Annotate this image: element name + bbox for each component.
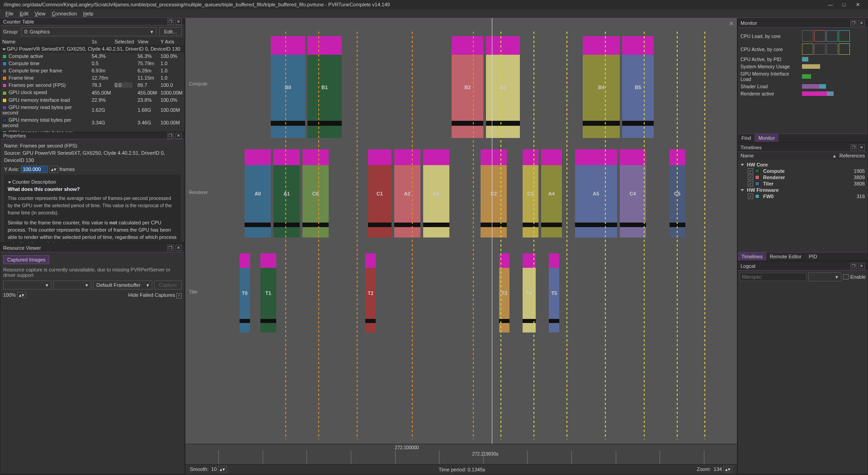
timeline-block[interactable]: B0 — [271, 36, 305, 138]
resource-viewer-title: Resource Viewer — [3, 245, 41, 251]
timeline-block[interactable]: A0 — [245, 149, 271, 238]
timeline-view[interactable]: ✕ Compute B0B1B2B3B4B5 Renderer A0A1C0C1… — [185, 18, 737, 474]
close-icon[interactable]: ✕ — [175, 133, 182, 139]
counter-table-title: Counter Table — [3, 19, 34, 24]
timeline-block[interactable]: A4 — [541, 149, 562, 238]
close-icon[interactable]: ✕ — [859, 263, 865, 269]
yaxis-input[interactable] — [21, 166, 48, 173]
timeline-block[interactable]: C3 — [523, 149, 538, 238]
close-icon[interactable]: ✕ — [859, 144, 865, 151]
dock-icon[interactable]: ❐ — [850, 144, 857, 151]
timeline-block[interactable]: C4 — [620, 149, 646, 238]
monitor-row: CPU Load, by core — [738, 29, 868, 43]
timeline-block[interactable]: B5 — [622, 36, 654, 138]
window-minimize[interactable]: — — [824, 2, 837, 8]
monitor-row: Renderer active — [738, 90, 868, 97]
close-icon[interactable]: ✕ — [859, 20, 865, 26]
properties-panel: Properties ❐✕ Name: Frames per second (F… — [0, 132, 185, 243]
enable-checkbox[interactable] — [843, 274, 849, 280]
timeline-block[interactable]: B1 — [307, 36, 341, 138]
timeline-block[interactable]: T1 — [260, 253, 276, 332]
capture-button[interactable]: Capture — [154, 280, 182, 290]
tree-group[interactable]: HW Firmware — [741, 187, 865, 193]
close-icon[interactable]: ✕ — [175, 245, 182, 251]
tree-item[interactable]: ✓FW0316 — [741, 193, 865, 200]
menu-help[interactable]: Help — [80, 10, 96, 17]
menubar: File Edit View Connection Help — [0, 9, 868, 18]
zoom-stepper[interactable]: ▴▾ — [723, 466, 732, 472]
tree-group[interactable]: HW Core — [741, 162, 865, 168]
monitor-panel: Monitor ❐✕ CPU Load, by coreCPU Active, … — [737, 18, 868, 142]
counter-row[interactable]: GPU memory interface load22.9%23.8%100.0… — [0, 96, 184, 104]
tree-item[interactable]: ✓Tiler3808 — [741, 180, 865, 187]
logcat-combo[interactable]: ▾ — [808, 272, 841, 281]
menu-file[interactable]: File — [3, 10, 16, 17]
monitor-row: Shader Load — [738, 83, 868, 90]
counter-table: Name 1s Selected View Y Axis GPU PowerVR… — [0, 38, 184, 142]
timeline-block[interactable]: B4 — [583, 36, 619, 138]
window-title: //imgtec.org/data/Common/KingsLangley/Sc… — [4, 2, 390, 7]
dock-icon[interactable]: ❐ — [167, 19, 174, 25]
hide-failed-checkbox[interactable]: ✓ — [176, 293, 182, 299]
group-label: Group: — [3, 29, 19, 34]
group-combo[interactable]: 0: Graphics ▾ — [21, 27, 156, 36]
timeline-block[interactable]: C2 — [481, 149, 507, 238]
timelines-panel: Timelines ❐✕ Name▴ References HW Core✓Co… — [737, 142, 868, 261]
timeline-block[interactable]: B3 — [486, 36, 520, 138]
timeline-block[interactable]: A2 — [394, 149, 420, 238]
dock-icon[interactable]: ❐ — [850, 263, 857, 269]
lane-tiler: Tiler T0T1T2T3T4T5 — [185, 253, 737, 332]
close-icon[interactable]: ✕ — [729, 20, 734, 27]
smooth-stepper[interactable]: ▴▾ — [218, 466, 227, 472]
expand-icon[interactable] — [2, 48, 6, 51]
dock-icon[interactable]: ❐ — [167, 245, 174, 251]
timeline-block[interactable]: A5 — [575, 149, 617, 238]
tab-monitor[interactable]: Monitor — [755, 134, 778, 142]
tab-find[interactable]: Find — [738, 134, 755, 142]
monitor-row: System Memory Usage — [738, 63, 868, 70]
edit-button[interactable]: Edit... — [159, 27, 182, 36]
tree-item[interactable]: ✓Compute1905 — [741, 168, 865, 174]
counter-table-panel: Counter Table ❐ ✕ Group: 0: Graphics ▾ E… — [0, 18, 185, 132]
timeline-block[interactable]: B2 — [452, 36, 483, 138]
counter-row[interactable]: Frames per second (FPS)78.30.089.7100.0 — [0, 81, 184, 89]
window-maximize[interactable]: □ — [837, 2, 851, 8]
menu-view[interactable]: View — [32, 10, 48, 17]
time-ruler[interactable]: 272.100000 272.119830s — [185, 444, 737, 464]
window-close[interactable]: ✕ — [851, 2, 864, 8]
timeline-block[interactable]: C1 — [368, 149, 392, 238]
tab-timelines[interactable]: Timelines — [738, 252, 766, 261]
playhead[interactable] — [492, 18, 492, 444]
counter-row[interactable]: GPU clock speed455.00M455.00M1000.00M — [0, 89, 184, 96]
rv-framebuffer-combo[interactable]: Default Framebuffer▾ — [93, 280, 152, 290]
zoom-stepper[interactable]: ▴▾ — [17, 292, 26, 298]
timeline-block[interactable]: A3 — [423, 149, 449, 238]
tab-remote-editor[interactable]: Remote Editor — [766, 252, 805, 261]
counter-row[interactable]: GPU memory total bytes per second3.34G3.… — [0, 116, 184, 129]
rv-combo2[interactable]: ▾ — [53, 280, 91, 290]
tree-item[interactable]: ✓Renderer3809 — [741, 174, 865, 180]
lane-renderer: Renderer A0A1C0C1A2A3C2C3A4A5C4C5 — [185, 149, 737, 238]
tab-pid[interactable]: PID — [805, 252, 821, 261]
counter-row[interactable]: Compute active54.3%56.3%100.0% — [0, 52, 184, 60]
menu-connection[interactable]: Connection — [49, 10, 80, 17]
counter-row[interactable]: Compute time per frame6.93m6.28m1.0 — [0, 67, 184, 74]
captured-images-tab[interactable]: Captured Images — [3, 255, 49, 264]
logcat-panel: Logcat ❐✕ ▾ Enable — [737, 261, 868, 474]
counter-row[interactable]: Frame time12.78m11.15m1.0 — [0, 74, 184, 81]
rv-combo1[interactable]: ▾ — [3, 280, 52, 290]
timeline-block[interactable]: T0 — [240, 253, 250, 332]
counter-row[interactable]: GPU memory read bytes per second1.62G1.6… — [0, 104, 184, 116]
stepper-icon[interactable]: ▴▾ — [49, 166, 58, 173]
timeline-block[interactable]: C0 — [302, 149, 329, 238]
timeline-block[interactable]: A1 — [274, 149, 300, 238]
menu-edit[interactable]: Edit — [17, 10, 31, 17]
filterspec-input[interactable] — [740, 273, 807, 281]
timeline-block[interactable]: T5 — [549, 253, 559, 332]
close-icon[interactable]: ✕ — [175, 19, 182, 25]
dock-icon[interactable]: ❐ — [167, 133, 174, 139]
dock-icon[interactable]: ❐ — [850, 20, 857, 26]
counter-row[interactable]: Compute time0.575.79m1.0 — [0, 60, 184, 67]
timeline-footer: Smooth: 10 ▴▾ Time period: 0.1345s Zoom:… — [185, 464, 737, 474]
timeline-block[interactable]: T2 — [365, 253, 376, 332]
